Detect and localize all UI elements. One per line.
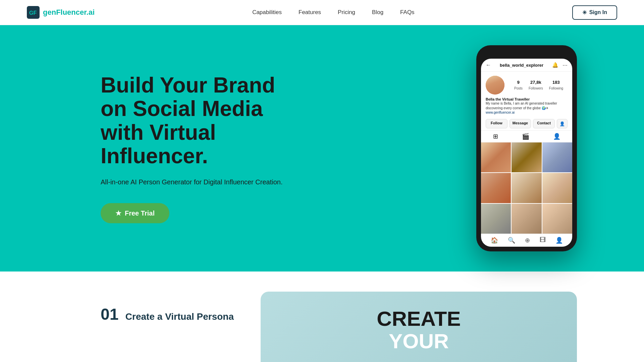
step-title: Create a Virtual Persona xyxy=(125,311,234,322)
phone-notch xyxy=(512,50,542,57)
ig-followers-label: Followers xyxy=(529,86,543,90)
create-card: CREATE YOUR xyxy=(261,292,577,362)
ig-bio-text: My name is Bella, I am an AI generated t… xyxy=(486,101,568,111)
create-line2: YOUR xyxy=(389,329,449,353)
nav-features[interactable]: Features xyxy=(299,9,321,15)
create-line1: CREATE xyxy=(377,308,461,329)
ig-photo-grid xyxy=(481,142,572,234)
ig-follow-button[interactable]: Follow xyxy=(486,119,507,128)
nav-blog[interactable]: Blog xyxy=(372,9,383,15)
ig-reels-tab[interactable]: 🎬 xyxy=(522,133,529,140)
ig-add-button[interactable]: 👤 xyxy=(557,119,568,128)
ig-following-label: Following xyxy=(549,86,563,90)
signin-icon: ✳ xyxy=(582,9,587,16)
hero-section: Build Your Brand on Social Media with Vi… xyxy=(0,25,644,272)
signin-label: Sign In xyxy=(589,9,607,15)
grid-item-5[interactable] xyxy=(512,173,541,203)
grid-item-8[interactable] xyxy=(512,204,541,234)
grid-item-2[interactable] xyxy=(512,142,541,172)
star-icon: ★ xyxy=(115,209,121,217)
ig-bio-link[interactable]: www.genfluencer.ai xyxy=(486,111,568,114)
logo[interactable]: GF genFluencer.ai xyxy=(27,6,95,19)
ig-grid-tab[interactable]: ⊞ xyxy=(493,133,498,140)
ig-posts-label: Posts xyxy=(514,86,523,90)
free-trial-label: Free Trial xyxy=(125,209,155,217)
ig-bottom-nav: 🏠 🔍 ⊕ 🎞 👤 xyxy=(481,234,572,247)
hero-content: Build Your Brand on Social Media with Vi… xyxy=(101,73,302,224)
ig-home-icon[interactable]: 🏠 xyxy=(491,237,498,244)
ig-stats: 9 Posts 27,8k Followers 183 Following xyxy=(510,80,568,91)
ig-avatar xyxy=(486,76,504,95)
nav-links: Capabilities Features Pricing Blog FAQs xyxy=(252,9,415,16)
ig-bell-icon[interactable]: 🔔 xyxy=(552,62,558,68)
logo-icon: GF xyxy=(27,6,40,19)
ig-following-count: 183 xyxy=(549,80,563,85)
hero-subtitle: All-in-one AI Person Generator for Digit… xyxy=(101,177,302,187)
ig-action-buttons: Follow Message Contact 👤 xyxy=(481,117,572,130)
ig-contact-button[interactable]: Contact xyxy=(533,119,555,128)
ig-tagged-tab[interactable]: 👤 xyxy=(553,133,560,140)
ig-add-post-icon[interactable]: ⊕ xyxy=(525,237,530,244)
step-number: 01 xyxy=(101,305,118,323)
ig-header-icons: 🔔 ⋯ xyxy=(552,62,568,68)
grid-item-6[interactable] xyxy=(542,173,572,203)
phone-mockup: ← bella_world_explorer 🔔 ⋯ 9 xyxy=(476,45,577,251)
ig-person-add-icon: 👤 xyxy=(559,121,565,126)
svg-text:GF: GF xyxy=(29,10,37,16)
ig-header: ← bella_world_explorer 🔔 ⋯ xyxy=(481,59,572,72)
ig-stat-followers: 27,8k Followers xyxy=(529,80,543,91)
logo-text: genFluencer.ai xyxy=(43,8,95,17)
grid-item-4[interactable] xyxy=(481,173,511,203)
phone-outer: ← bella_world_explorer 🔔 ⋯ 9 xyxy=(476,45,577,251)
free-trial-button[interactable]: ★ Free Trial xyxy=(101,203,169,223)
ig-posts-count: 9 xyxy=(514,80,523,85)
grid-item-1[interactable] xyxy=(481,142,511,172)
ig-avatar-img xyxy=(486,76,504,95)
ig-bio-name: Bella the Virtual Traveller xyxy=(486,97,568,101)
grid-item-3[interactable] xyxy=(542,142,572,172)
ig-username: bella_world_explorer xyxy=(500,63,543,68)
ig-message-button[interactable]: Message xyxy=(509,119,531,128)
ig-followers-count: 27,8k xyxy=(529,80,543,85)
hero-title: Build Your Brand on Social Media with Vi… xyxy=(101,73,302,168)
ig-profile-row: 9 Posts 27,8k Followers 183 Following xyxy=(481,72,572,97)
phone-screen: ← bella_world_explorer 🔔 ⋯ 9 xyxy=(481,59,572,247)
grid-item-7[interactable] xyxy=(481,204,511,234)
ig-search-icon[interactable]: 🔍 xyxy=(508,237,515,244)
ig-tabs: ⊞ 🎬 👤 xyxy=(481,130,572,142)
grid-item-9[interactable] xyxy=(542,204,572,234)
signin-button[interactable]: ✳ Sign In xyxy=(572,5,617,20)
ig-stat-posts: 9 Posts xyxy=(514,80,523,91)
ig-stat-following: 183 Following xyxy=(549,80,563,91)
nav-capabilities[interactable]: Capabilities xyxy=(252,9,282,15)
nav-pricing[interactable]: Pricing xyxy=(338,9,355,15)
ig-bio: Bella the Virtual Traveller My name is B… xyxy=(481,97,572,117)
ig-menu-icon[interactable]: ⋯ xyxy=(562,62,568,68)
bottom-section: 01 Create a Virtual Persona CREATE YOUR xyxy=(0,272,644,362)
bottom-left: 01 Create a Virtual Persona xyxy=(101,292,234,323)
ig-reels-nav-icon[interactable]: 🎞 xyxy=(540,237,546,244)
ig-back-icon[interactable]: ← xyxy=(486,62,491,68)
navbar: GF genFluencer.ai Capabilities Features … xyxy=(0,0,644,25)
ig-profile-nav-icon[interactable]: 👤 xyxy=(555,237,563,244)
nav-faqs[interactable]: FAQs xyxy=(400,9,415,15)
